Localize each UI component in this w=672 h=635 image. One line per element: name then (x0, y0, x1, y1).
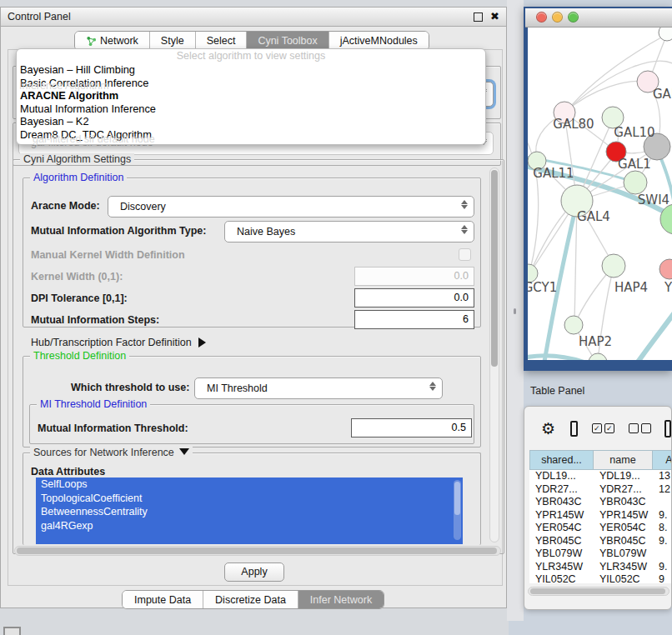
mi-threshold-field[interactable]: 0.5 (351, 418, 472, 438)
kernel-width-field[interactable]: 0.0 (354, 267, 474, 286)
control-panel-titlebar[interactable]: Control Panel ✖ (1, 8, 506, 27)
table-cell: YER054C (594, 522, 653, 535)
table-row[interactable]: YDR27...YDR27...12 (529, 483, 672, 497)
cyni-settings-title: Cyni Algorithm Settings (20, 153, 134, 165)
table-cell: YIL052C (594, 573, 653, 583)
tab-label: Style (161, 35, 184, 47)
network-edge[interactable] (564, 82, 648, 112)
tab-discretize-data[interactable]: Discretize Data (203, 591, 298, 608)
table-cell: YBL079W (529, 548, 594, 561)
tab-jactivemnodules[interactable]: jActiveMNodules (329, 32, 429, 50)
aracne-mode-combo[interactable]: Discovery (108, 196, 474, 218)
table-cell: 9 (653, 573, 672, 583)
network-edge[interactable] (528, 126, 539, 272)
algorithm-list: Bayesian – Hill ClimbingBasic Correlatio… (20, 63, 482, 142)
minimized-panel-icon[interactable] (3, 627, 21, 635)
network-node[interactable] (564, 316, 583, 334)
network-node[interactable] (659, 259, 672, 279)
cyni-bottom-tab-bar: Impute DataDiscretize DataInfer Network (122, 590, 384, 609)
table-row[interactable]: YPR145WYPR145W9. (529, 509, 672, 522)
data-attributes-list[interactable]: SelfLoopsTopologicalCoefficientBetweenne… (36, 478, 463, 544)
hub-section-toggle[interactable]: Hub/Transcription Factor Definition (31, 337, 206, 348)
sources-title[interactable]: Sources for Network Inference (30, 447, 193, 458)
table-cell: YDR27... (529, 483, 594, 497)
column-header[interactable]: A (653, 450, 672, 470)
attribute-item-selected[interactable]: TopologicalCoefficient (36, 492, 463, 506)
zoom-traffic-light-icon[interactable] (568, 12, 579, 22)
algorithm-option[interactable]: Bayesian – K2 (20, 115, 482, 128)
deselect-all-columns-icon[interactable] (629, 423, 651, 433)
scrollbar-thumb[interactable] (454, 482, 460, 515)
table-cell: YBL079W (594, 548, 653, 561)
algorithm-option[interactable]: Dream8 DC_TDC Algorithm (20, 128, 482, 142)
select-all-columns-icon[interactable]: ✓✓ (592, 423, 614, 433)
apply-button[interactable]: Apply (224, 562, 284, 582)
table-cell: 9. (653, 509, 672, 522)
tab-cyni-toolbox[interactable]: Cyni Toolbox (247, 32, 328, 50)
node-label: SWI4 (638, 192, 669, 208)
gear-icon[interactable]: ⚙ (541, 419, 555, 438)
kernel-width-label: Kernel Width (0,1): (31, 271, 123, 282)
tab-style[interactable]: Style (150, 32, 196, 50)
table-row[interactable]: YLR345WYLR345W9. (529, 561, 672, 574)
tab-infer-network[interactable]: Infer Network (298, 591, 384, 608)
table-horizontal-scrollbar[interactable] (528, 587, 669, 596)
algorithm-option[interactable]: Basic Correlation Inference (20, 77, 482, 90)
float-window-icon[interactable] (474, 12, 483, 22)
network-node[interactable] (602, 254, 625, 278)
aracne-mode-label: Aracne Mode: (31, 200, 100, 212)
settings-horizontal-scrollbar[interactable] (14, 546, 501, 556)
column-header[interactable]: name (594, 450, 653, 470)
columns-icon[interactable] (570, 421, 578, 437)
column-header[interactable]: shared... (529, 450, 594, 470)
mi-steps-field[interactable]: 6 (354, 310, 474, 329)
settings-vertical-scrollbar[interactable] (489, 168, 499, 542)
scrollbar-thumb[interactable] (530, 588, 665, 594)
tab-impute-data[interactable]: Impute Data (123, 591, 203, 608)
which-threshold-combo[interactable]: MI Threshold (194, 378, 443, 399)
table-cell: YLR345W (594, 561, 653, 574)
table-row[interactable]: YBL079WYBL079W (529, 548, 672, 561)
scrollbar-thumb[interactable] (491, 170, 498, 367)
mi-algorithm-type-combo[interactable]: Naive Bayes (224, 221, 474, 242)
table-row[interactable]: YBR043CYBR043C (529, 496, 672, 509)
table-row[interactable]: YER054CYER054C8. (529, 522, 672, 535)
tab-select[interactable]: Select (196, 32, 248, 50)
manual-kernel-checkbox[interactable] (459, 248, 471, 261)
combo-arrows-icon (461, 200, 468, 209)
tab-network[interactable]: Network (75, 32, 150, 50)
splitter-handle-icon[interactable] (514, 308, 516, 314)
export-table-icon[interactable] (664, 420, 671, 438)
table-cell: YBR043C (594, 496, 653, 509)
attribute-item-selected[interactable]: gal4RGexp (36, 519, 463, 533)
tab-label: Network (100, 35, 138, 47)
network-edge[interactable] (627, 309, 672, 360)
attributes-scrollbar[interactable] (454, 480, 461, 540)
network-canvas[interactable]: GALGAL80GAL10GAL1GAL11SWI4GAL4GCY1HAP4YH… (528, 28, 672, 360)
close-traffic-light-icon[interactable] (536, 12, 547, 22)
network-view-window: GALGAL80GAL10GAL1GAL11SWI4GAL4GCY1HAP4YH… (524, 7, 672, 371)
algorithm-select-popup: Select algorithm to view settings Bayesi… (16, 48, 486, 145)
attribute-item-selected[interactable]: SelfLoops (36, 478, 463, 492)
algorithm-option[interactable]: Mutual Information Inference (20, 102, 482, 116)
network-node[interactable] (624, 171, 647, 194)
network-node[interactable] (659, 28, 672, 41)
algorithm-option[interactable]: ARACNE Algorithm (20, 89, 482, 102)
table-cell: YPR145W (529, 509, 594, 522)
algorithm-option[interactable]: Bayesian – Hill Climbing (20, 63, 482, 77)
expanded-arrow-icon (179, 448, 189, 455)
minimize-traffic-light-icon[interactable] (552, 12, 563, 22)
node-table: shared...nameA YDL19...YDL19...13YDR27..… (529, 450, 672, 583)
scrollbar-thumb[interactable] (17, 548, 497, 554)
table-cell: 13 (653, 470, 672, 483)
table-row[interactable]: YDL19...YDL19...13 (529, 470, 672, 483)
table-panel-title: Table Panel (530, 385, 584, 397)
close-window-icon[interactable]: ✖ (490, 10, 499, 22)
table-row[interactable]: YBR045CYBR045C9. (529, 535, 672, 548)
attribute-item-selected[interactable]: BetweennessCentrality (36, 505, 463, 519)
dpi-tolerance-field[interactable]: 0.0 (354, 288, 474, 308)
network-window-titlebar[interactable] (525, 8, 672, 28)
mi-threshold-label: Mutual Information Threshold: (38, 422, 188, 434)
table-row[interactable]: YIL052CYIL052C9 (529, 573, 672, 583)
mi-algorithm-type-label: Mutual Information Algorithm Type: (31, 225, 206, 237)
